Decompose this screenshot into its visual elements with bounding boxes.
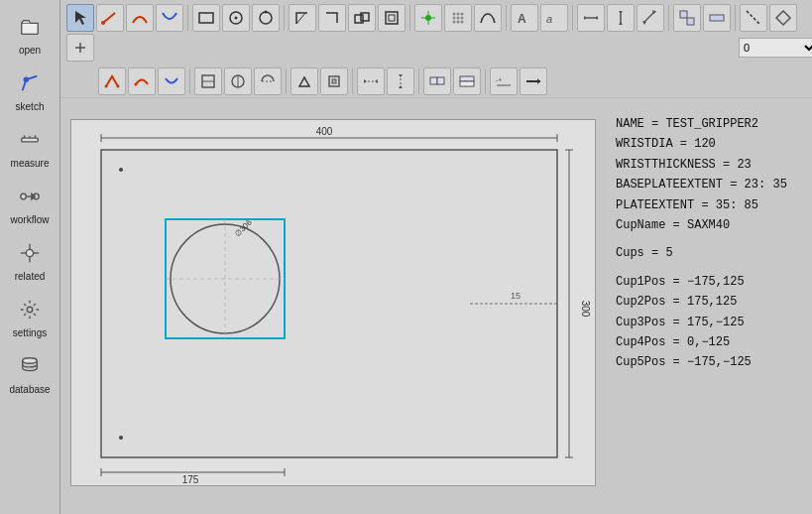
tool-r2-8[interactable] [320, 67, 348, 95]
svg-marker-73 [399, 85, 403, 88]
svg-point-32 [453, 13, 456, 16]
database-icon [14, 350, 46, 382]
info-line: BASEPLATEEXTENT = 23: 35 [616, 175, 812, 194]
sidebar-item-measure[interactable]: measure [0, 118, 59, 175]
tool-snap3[interactable] [66, 34, 94, 62]
svg-point-59 [117, 85, 120, 88]
tool-r2-14[interactable] [520, 67, 547, 95]
tool-r2-11[interactable] [423, 67, 451, 95]
tool-select[interactable] [66, 4, 94, 32]
sidebar-item-open[interactable]: open [0, 5, 59, 62]
tool-r2-3[interactable] [158, 67, 185, 95]
sep2 [284, 5, 285, 31]
sidebar-item-related[interactable]: related [0, 231, 59, 288]
sidebar: open sketch measure [0, 0, 60, 514]
svg-rect-76 [460, 76, 474, 81]
open-icon [14, 11, 46, 43]
tool-r2-13[interactable]: -+ [490, 67, 518, 95]
tool-snap1[interactable] [740, 4, 767, 32]
workflow-label: workflow [11, 214, 50, 225]
svg-rect-25 [355, 15, 363, 23]
svg-point-58 [105, 85, 108, 88]
sep10 [352, 68, 353, 94]
info-line: Cup5Pos = −175,−125 [616, 352, 812, 372]
svg-point-6 [21, 193, 27, 199]
svg-text:300: 300 [580, 301, 591, 318]
svg-point-23 [260, 12, 272, 24]
tool-r2-2[interactable] [128, 67, 156, 95]
sidebar-item-sketch[interactable]: sketch [0, 62, 59, 118]
tool-r2-6[interactable] [254, 67, 282, 95]
svg-rect-54 [710, 15, 724, 21]
sketch-icon [14, 67, 46, 99]
tool-grid[interactable] [444, 4, 472, 32]
tool-dim2[interactable] [607, 4, 635, 32]
tool-r2-5[interactable] [224, 67, 252, 95]
tool-dim3[interactable] [637, 4, 664, 32]
info-line: WRISTDIA = 120 [616, 134, 812, 154]
tool-spline[interactable] [474, 4, 502, 32]
main-area: A a [60, 0, 812, 514]
canvas-area: 400 300 15 ∅306 [60, 99, 606, 514]
svg-rect-74 [430, 77, 437, 84]
info-line [616, 264, 812, 272]
tool-arc2[interactable] [156, 4, 183, 32]
tool-arc1[interactable] [126, 4, 154, 32]
tool-shape1[interactable] [348, 4, 376, 32]
tool-rect[interactable] [192, 4, 220, 32]
info-line [616, 235, 812, 243]
tool-shape2[interactable] [378, 4, 406, 32]
tool-dim1[interactable] [577, 4, 605, 32]
zoom-select[interactable]: 0 [739, 38, 812, 58]
tool-circle2[interactable] [252, 4, 280, 32]
tool-cut1[interactable] [673, 4, 701, 32]
svg-point-10 [26, 249, 33, 256]
tool-text[interactable]: A [511, 4, 538, 32]
svg-point-24 [265, 11, 268, 14]
svg-marker-72 [399, 74, 403, 77]
sep5 [572, 5, 573, 31]
svg-marker-45 [595, 16, 598, 20]
toolbar: A a [60, 0, 812, 99]
info-line: Cup2Pos = 175,125 [616, 292, 812, 312]
measure-icon [14, 124, 46, 156]
info-line: Cup3Pos = 175,−125 [616, 313, 812, 332]
svg-point-101 [119, 436, 123, 440]
tool-r2-9[interactable] [357, 67, 385, 95]
drawing-canvas[interactable]: 400 300 15 ∅306 [70, 119, 596, 486]
drawing-svg: 400 300 15 ∅306 [71, 120, 597, 487]
tool-r2-1[interactable] [98, 67, 126, 95]
svg-point-100 [119, 168, 123, 172]
svg-rect-82 [101, 150, 557, 457]
tool-angle2[interactable] [318, 4, 346, 32]
tool-snap2[interactable] [769, 4, 797, 32]
content: 400 300 15 ∅306 [60, 99, 812, 514]
sidebar-item-workflow[interactable]: workflow [0, 175, 59, 231]
svg-point-36 [457, 17, 460, 20]
tool-line1[interactable] [96, 4, 124, 32]
related-icon [14, 237, 46, 269]
tool-cut2[interactable] [703, 4, 731, 32]
info-line: WRISTTHICKNESS = 23 [616, 155, 812, 175]
svg-line-55 [747, 11, 760, 25]
sidebar-item-database[interactable]: database [0, 344, 59, 401]
info-line: Cups = 5 [616, 243, 812, 263]
tool-r2-4[interactable] [194, 67, 222, 95]
svg-marker-44 [584, 16, 587, 20]
svg-rect-27 [386, 12, 398, 24]
tool-angle1[interactable] [289, 4, 316, 32]
svg-point-38 [453, 21, 456, 24]
tool-r2-12[interactable] [453, 67, 481, 95]
tool-circle1[interactable] [222, 4, 250, 32]
tool-font[interactable]: a [540, 4, 568, 32]
tool-point[interactable] [414, 4, 442, 32]
tool-r2-10[interactable] [387, 67, 414, 95]
sidebar-item-settings[interactable]: settings [0, 288, 59, 344]
tool-r2-7[interactable] [290, 67, 318, 95]
svg-point-35 [453, 17, 456, 20]
svg-text:-+: -+ [496, 76, 502, 83]
svg-point-33 [457, 13, 460, 16]
svg-point-1 [25, 78, 29, 82]
related-label: related [15, 271, 46, 282]
svg-point-22 [235, 17, 238, 20]
